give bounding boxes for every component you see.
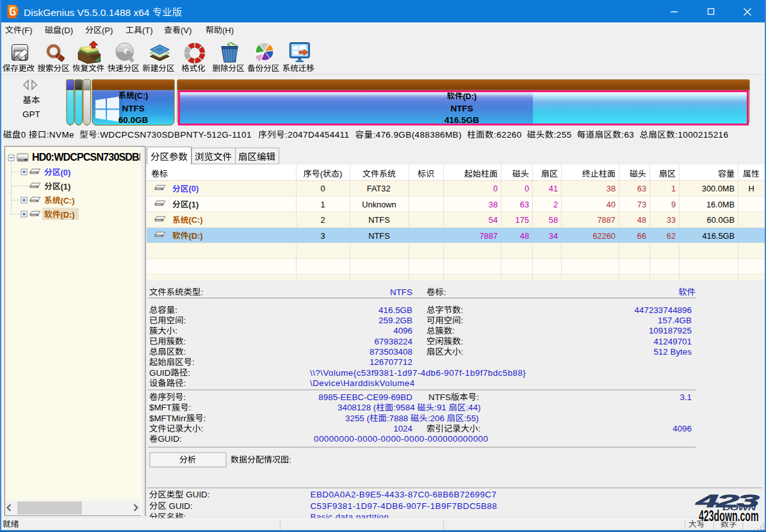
svg-text::63: :63 bbox=[621, 130, 639, 140]
svg-text::: : bbox=[189, 403, 192, 412]
svg-text:41249701: 41249701 bbox=[653, 337, 692, 346]
svg-text:157.4GB: 157.4GB bbox=[658, 316, 692, 325]
svg-text::: : bbox=[184, 378, 186, 388]
svg-text:(D:): (D:) bbox=[189, 231, 203, 241]
svg-text:48: 48 bbox=[520, 231, 529, 241]
svg-text:62: 62 bbox=[667, 231, 676, 241]
svg-text:4096: 4096 bbox=[672, 424, 692, 433]
svg-text:(C:): (C:) bbox=[134, 92, 149, 101]
svg-text:(C:): (C:) bbox=[189, 215, 203, 225]
svg-text:73: 73 bbox=[637, 200, 646, 209]
svg-text:423down.com: 423down.com bbox=[699, 506, 759, 524]
svg-text:40: 40 bbox=[607, 200, 615, 209]
svg-text:NTFS: NTFS bbox=[122, 104, 144, 113]
svg-text::: : bbox=[477, 392, 479, 402]
svg-text::: : bbox=[461, 305, 464, 315]
svg-text:GUID:: GUID: bbox=[184, 490, 210, 499]
svg-text::1000215216: :1000215216 bbox=[675, 130, 728, 140]
svg-text:63: 63 bbox=[637, 184, 646, 193]
svg-text:GUID: GUID bbox=[149, 368, 171, 378]
svg-text:34: 34 bbox=[549, 231, 558, 241]
svg-text::: : bbox=[184, 392, 186, 402]
svg-text:GUID:: GUID: bbox=[167, 501, 193, 511]
svg-text::: : bbox=[184, 337, 186, 346]
svg-text:(1): (1) bbox=[189, 200, 199, 209]
svg-text:0: 0 bbox=[320, 184, 325, 193]
svg-text:4096: 4096 bbox=[393, 326, 412, 335]
svg-text:$MFT: $MFT bbox=[149, 403, 172, 412]
svg-text::: : bbox=[175, 305, 177, 315]
svg-text:3408128 (: 3408128 ( bbox=[338, 403, 377, 412]
svg-text:1024: 1024 bbox=[393, 424, 412, 433]
svg-text:1: 1 bbox=[671, 184, 676, 193]
svg-text:3.1: 3.1 bbox=[680, 392, 692, 402]
svg-text::: : bbox=[461, 337, 464, 346]
svg-text:H: H bbox=[748, 184, 754, 193]
svg-text:(D:): (D:) bbox=[61, 210, 75, 220]
svg-text::: : bbox=[200, 287, 203, 297]
svg-text::: : bbox=[452, 326, 455, 335]
svg-text:175: 175 bbox=[516, 215, 529, 225]
svg-text:(0): (0) bbox=[189, 184, 199, 193]
svg-text:2: 2 bbox=[320, 215, 325, 225]
svg-text::44): :44) bbox=[466, 403, 480, 412]
svg-text::: : bbox=[175, 326, 177, 335]
svg-text:0: 0 bbox=[493, 184, 498, 193]
svg-text:3255 (: 3255 ( bbox=[345, 414, 370, 423]
svg-text:(C:): (C:) bbox=[61, 196, 75, 206]
svg-text:67938224: 67938224 bbox=[374, 337, 412, 346]
svg-text:): ) bbox=[339, 169, 342, 179]
svg-text:C53F9381-1D97-4DB6-907F-1B9F7B: C53F9381-1D97-4DB6-907F-1B9F7BDC5B88 bbox=[311, 501, 498, 511]
svg-text::: : bbox=[204, 414, 206, 423]
svg-text::: : bbox=[188, 368, 190, 378]
svg-text:126707712: 126707712 bbox=[370, 357, 412, 367]
svg-text:8985-EEBC-CE99-69BD: 8985-EEBC-CE99-69BD bbox=[318, 392, 412, 402]
svg-text:66: 66 bbox=[637, 231, 646, 241]
svg-text::: : bbox=[289, 455, 291, 465]
svg-text::7888: :7888 bbox=[387, 414, 411, 423]
svg-text::2047D4454411: :2047D4454411 bbox=[285, 130, 355, 140]
svg-text:(P): (P) bbox=[102, 26, 113, 35]
svg-text:416.5GB: 416.5GB bbox=[444, 115, 479, 125]
svg-text::255: :255 bbox=[554, 130, 577, 140]
svg-text:\Device\HarddiskVolume4: \Device\HarddiskVolume4 bbox=[310, 378, 415, 388]
svg-text:DiskGenius V5.5.0.1488 x64: DiskGenius V5.5.0.1488 x64 bbox=[24, 7, 152, 18]
svg-text::91: :91 bbox=[434, 403, 448, 412]
svg-text:NTFS: NTFS bbox=[368, 231, 389, 241]
svg-text:109187925: 109187925 bbox=[649, 326, 692, 335]
svg-text:(: ( bbox=[320, 169, 323, 179]
svg-text:416.5GB: 416.5GB bbox=[379, 305, 412, 315]
svg-text::55): :55) bbox=[464, 414, 479, 423]
svg-text:NTFS: NTFS bbox=[368, 215, 389, 225]
svg-text::476.9GB(488386MB): :476.9GB(488386MB) bbox=[373, 130, 467, 140]
svg-text::: : bbox=[444, 287, 446, 297]
svg-text:54: 54 bbox=[489, 215, 498, 225]
svg-text:(D:): (D:) bbox=[463, 92, 477, 101]
svg-text::: : bbox=[200, 424, 203, 433]
svg-text:1: 1 bbox=[320, 200, 325, 209]
svg-text:2: 2 bbox=[553, 200, 558, 209]
svg-text::WDCPCSN730SDBPNTY-512G-1101: :WDCPCSN730SDBPNTY-512G-1101 bbox=[97, 130, 257, 140]
svg-text:416.5GB: 416.5GB bbox=[703, 231, 735, 241]
svg-text:\\?\Volume{c53f9381-1d97-4db6-: \\?\Volume{c53f9381-1d97-4db6-907f-1b9f7… bbox=[310, 368, 526, 378]
svg-text:38: 38 bbox=[607, 184, 615, 193]
svg-text:GUID:: GUID: bbox=[158, 434, 181, 444]
svg-text:60.0GB: 60.0GB bbox=[118, 115, 149, 125]
svg-text:0: 0 bbox=[525, 184, 529, 193]
svg-text:7887: 7887 bbox=[480, 231, 498, 241]
svg-text::: : bbox=[461, 316, 464, 325]
svg-text:38: 38 bbox=[489, 200, 498, 209]
svg-text:63: 63 bbox=[520, 200, 529, 209]
svg-text:FAT32: FAT32 bbox=[367, 184, 391, 193]
svg-text:(1): (1) bbox=[61, 182, 71, 191]
svg-text:GPT: GPT bbox=[22, 109, 40, 119]
svg-text:41: 41 bbox=[549, 184, 558, 193]
svg-text:Unknown: Unknown bbox=[362, 200, 396, 209]
svg-text:7887: 7887 bbox=[598, 215, 615, 225]
svg-text:300.0MB: 300.0MB bbox=[702, 184, 735, 193]
svg-text::: : bbox=[461, 347, 464, 357]
svg-text:(H): (H) bbox=[222, 26, 234, 35]
svg-text:(T): (T) bbox=[142, 26, 153, 35]
svg-text:512 Bytes: 512 Bytes bbox=[653, 347, 692, 357]
svg-text:259.2GB: 259.2GB bbox=[379, 316, 412, 325]
